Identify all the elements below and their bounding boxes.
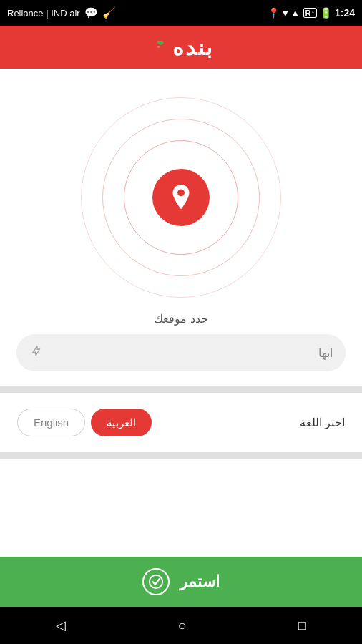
android-nav-bar: ◁ ○ □ [0, 607, 362, 644]
signal-icon: ▲ [290, 7, 300, 19]
search-input-value[interactable]: ابها [52, 346, 333, 360]
status-indicators: 📍 ▾ ▲ R↑ 🔋 1:24 [268, 7, 355, 19]
search-bar[interactable]: ابها [16, 334, 346, 371]
whatsapp-icon: 💬 [84, 6, 98, 19]
app-logo: بنده [150, 35, 213, 60]
section-divider-1 [0, 386, 362, 393]
search-bar-container: ابها [16, 334, 346, 371]
language-section: اختر اللغة English العربية [0, 393, 362, 452]
home-button[interactable]: ○ [178, 618, 187, 634]
back-button[interactable]: ◁ [56, 618, 66, 633]
location-label: حدد موقعك [154, 312, 207, 326]
broom-icon: 🧹 [102, 6, 116, 19]
status-bar: Reliance | IND air 💬 🧹 📍 ▾ ▲ R↑ 🔋 1:24 [0, 0, 362, 26]
network-icon: R↑ [303, 8, 317, 18]
battery-icon: 🔋 [320, 7, 332, 19]
carrier-info: Reliance | IND air 💬 🧹 [7, 6, 116, 19]
continue-label: استمر [180, 572, 220, 591]
ripple-container [81, 97, 281, 298]
english-language-button[interactable]: English [17, 409, 85, 436]
logo-icon [151, 37, 171, 57]
wifi-icon: ▾ [283, 7, 288, 19]
svg-point-6 [150, 575, 162, 588]
language-section-label: اختر اللغة [300, 416, 345, 429]
carrier-text: Reliance | IND air [7, 8, 80, 19]
section-divider-2 [0, 452, 362, 459]
main-content: حدد موقعك ابها [0, 69, 362, 371]
location-pin-icon [168, 185, 194, 210]
gps-icon [29, 345, 45, 361]
location-pin-circle [152, 169, 210, 226]
logo-arabic-text: بنده [172, 35, 213, 60]
app-header: بنده [0, 26, 362, 69]
time-display: 1:24 [335, 7, 355, 19]
location-indicator-icon: 📍 [268, 7, 280, 19]
continue-button[interactable]: استمر [0, 557, 362, 607]
svg-point-4 [157, 46, 160, 48]
location-illustration [0, 69, 362, 312]
recents-button[interactable]: □ [298, 618, 306, 633]
continue-check-icon [142, 568, 170, 595]
svg-point-5 [177, 190, 185, 197]
language-buttons: English العربية [17, 409, 152, 436]
arabic-language-button[interactable]: العربية [91, 409, 152, 436]
